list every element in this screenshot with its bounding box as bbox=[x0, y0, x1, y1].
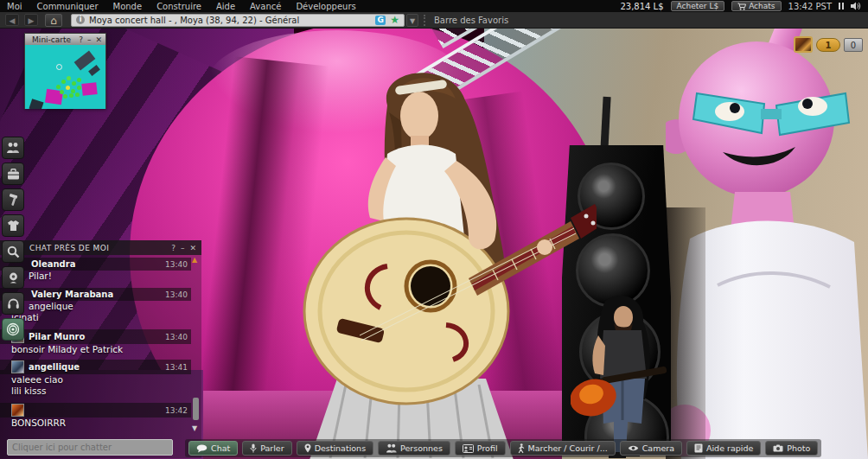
search-icon bbox=[7, 245, 20, 258]
second-life-viewer-window: Moi Communiquer Monde Construire Aide Av… bbox=[0, 0, 868, 459]
forward-button[interactable]: ▶ bbox=[24, 14, 38, 26]
speak-button[interactable]: Parler bbox=[242, 441, 291, 456]
chat-message-text: angelique bbox=[0, 301, 191, 312]
menu-communiquer[interactable]: Communiquer bbox=[37, 2, 99, 11]
chat-button[interactable]: Chat bbox=[188, 441, 238, 456]
female-guitarist bbox=[285, 52, 597, 459]
chat-message-header: Pilar Munro 13:40 bbox=[0, 329, 191, 344]
media-stream-icon bbox=[6, 322, 20, 336]
shopping-label: Achats bbox=[749, 2, 775, 10]
snapshot-button-label: Photo bbox=[787, 443, 810, 453]
chat-button-label: Chat bbox=[211, 443, 230, 453]
map-pin-icon bbox=[304, 443, 311, 453]
quick-help-button[interactable]: Aide rapide bbox=[686, 441, 761, 456]
destinations-button-label: Destinations bbox=[315, 443, 366, 453]
map-self-marker bbox=[56, 64, 62, 70]
minimap-minimize-button[interactable]: – bbox=[87, 35, 92, 44]
minimap-map[interactable] bbox=[25, 45, 105, 109]
map-object bbox=[81, 82, 97, 96]
male-guitarist bbox=[571, 294, 683, 458]
chat-close-button[interactable]: ✕ bbox=[189, 244, 196, 252]
chat-message-text: bonsoir Milady et Patrick bbox=[0, 344, 191, 355]
menu-construire[interactable]: Construire bbox=[156, 2, 201, 11]
favorite-star-icon[interactable]: ★ bbox=[390, 15, 399, 25]
location-input[interactable]: i Moya concert hall - , Moya (38, 94, 22… bbox=[71, 14, 405, 27]
minimap-help-button[interactable]: ? bbox=[79, 35, 83, 44]
favorites-bar-label[interactable]: Barre des Favoris bbox=[434, 16, 508, 25]
movement-button-label: Marcher / Courir /... bbox=[528, 443, 608, 453]
quick-help-button-label: Aide rapide bbox=[706, 443, 753, 453]
chat-title: CHAT PRÈS DE MOI bbox=[29, 244, 166, 252]
minimap-close-button[interactable]: ✕ bbox=[95, 35, 102, 44]
viewer-clock: 13:42 PST bbox=[788, 2, 832, 11]
menu-aide[interactable]: Aide bbox=[216, 2, 235, 11]
sidebar-item-people[interactable] bbox=[2, 137, 24, 159]
camera-button[interactable]: Camera bbox=[620, 441, 682, 456]
chat-message-header: angellique 13:41 bbox=[0, 360, 191, 374]
chat-input[interactable] bbox=[7, 439, 173, 456]
menu-bar: Moi Communiquer Monde Construire Aide Av… bbox=[0, 0, 868, 12]
notification-count-badge[interactable]: 0 bbox=[844, 38, 863, 52]
shirt-icon bbox=[7, 220, 20, 232]
chat-titlebar[interactable]: CHAT PRÈS DE MOI ? – ✕ bbox=[0, 240, 201, 255]
sidebar-item-outfits[interactable] bbox=[2, 214, 24, 237]
people-icon bbox=[386, 443, 397, 453]
favorites-separator bbox=[424, 15, 427, 26]
profile-button[interactable]: Profil bbox=[455, 441, 506, 456]
chat-scrollbar[interactable]: ▲ ▼ bbox=[191, 256, 201, 439]
microphone-icon bbox=[250, 443, 257, 453]
shopping-button[interactable]: Achats bbox=[731, 1, 781, 11]
chat-bubble-icon bbox=[196, 444, 207, 453]
minimap-title: Mini-carte bbox=[29, 35, 74, 44]
parcel-info-icon[interactable]: i bbox=[76, 16, 85, 24]
chat-sender-name[interactable]: Valery Marabana bbox=[31, 290, 161, 299]
sidebar-item-search[interactable] bbox=[2, 240, 24, 263]
webcam-icon bbox=[7, 271, 20, 284]
back-button[interactable]: ◀ bbox=[5, 14, 19, 26]
scroll-up-icon[interactable]: ▲ bbox=[192, 256, 197, 264]
sidebar-item-voice[interactable] bbox=[2, 292, 24, 315]
chat-log[interactable]: Oleandra 13:40 Pilar! Valery Marabana 13… bbox=[0, 255, 201, 429]
chat-timestamp: 13:42 bbox=[165, 406, 188, 415]
camera-button-label: Camera bbox=[642, 443, 674, 453]
volume-icon[interactable] bbox=[851, 2, 861, 10]
destinations-button[interactable]: Destinations bbox=[297, 441, 373, 456]
scroll-down-icon[interactable]: ▼ bbox=[192, 424, 197, 432]
buy-lindens-button[interactable]: Acheter L$ bbox=[671, 1, 725, 11]
menu-developpeurs[interactable]: Développeurs bbox=[296, 2, 355, 11]
bottom-toolbar: Chat Parler Destinations Personnes Profi… bbox=[185, 439, 821, 457]
chat-sender-name[interactable]: Pilar Munro bbox=[29, 332, 161, 341]
im-chiclet-avatar[interactable] bbox=[794, 36, 813, 53]
notification-chiclets: 1 0 bbox=[794, 36, 863, 53]
profile-card-icon bbox=[463, 444, 474, 453]
im-count-badge[interactable]: 1 bbox=[816, 38, 840, 52]
media-pause-icon[interactable] bbox=[839, 3, 844, 10]
chat-timestamp: 13:41 bbox=[165, 363, 188, 372]
chat-sender-name[interactable]: angellique bbox=[29, 362, 161, 372]
scrollbar-thumb[interactable] bbox=[193, 398, 199, 420]
menu-monde[interactable]: Monde bbox=[113, 2, 143, 11]
chat-help-button[interactable]: ? bbox=[171, 244, 176, 252]
chat-minimize-button[interactable]: – bbox=[181, 244, 185, 252]
avatar[interactable] bbox=[11, 360, 24, 373]
movement-button[interactable]: Marcher / Courir /... bbox=[510, 441, 616, 456]
sidebar-item-build[interactable] bbox=[2, 188, 24, 211]
chat-sender-name[interactable]: Oleandra bbox=[31, 259, 161, 269]
chat-message-header: Oleandra 13:40 bbox=[0, 258, 191, 271]
chat-message-text: Pilar! bbox=[0, 271, 191, 282]
people-button[interactable]: Personnes bbox=[378, 441, 450, 456]
location-text[interactable]: Moya concert hall - , Moya (38, 94, 22) … bbox=[89, 16, 371, 25]
location-history-dropdown[interactable]: ▼ bbox=[406, 14, 418, 27]
home-button[interactable]: ⌂ bbox=[45, 14, 62, 27]
sidebar-item-media[interactable] bbox=[2, 318, 24, 341]
sidebar-item-inventory[interactable] bbox=[2, 163, 24, 185]
linden-balance[interactable]: 23,814 L$ bbox=[620, 2, 663, 11]
minimap-titlebar[interactable]: Mini-carte ? – ✕ bbox=[25, 34, 105, 45]
menu-avance[interactable]: Avancé bbox=[250, 2, 281, 11]
snapshot-button[interactable]: Photo bbox=[765, 441, 818, 456]
briefcase-icon bbox=[7, 169, 20, 180]
menu-moi[interactable]: Moi bbox=[7, 2, 22, 11]
sidebar-item-webcam[interactable] bbox=[2, 266, 24, 289]
avatar[interactable] bbox=[11, 404, 24, 417]
walking-person-icon bbox=[518, 443, 525, 454]
